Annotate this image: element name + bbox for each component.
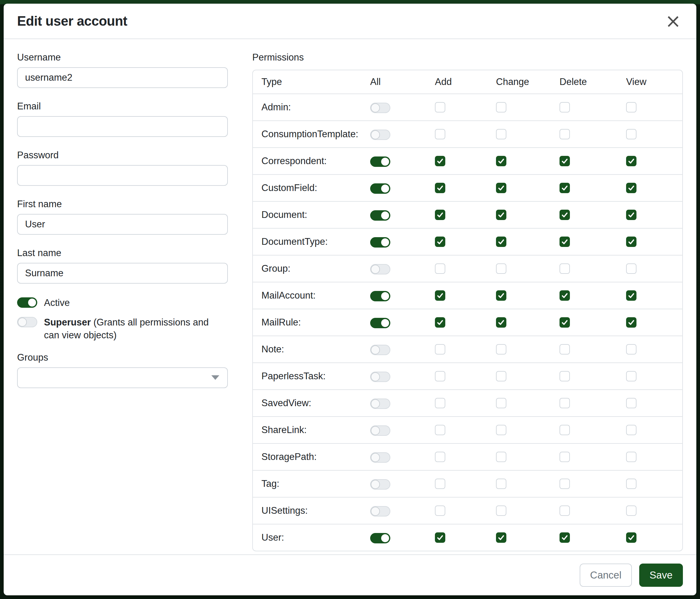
permission-cell-change: [496, 102, 559, 113]
save-button[interactable]: Save: [639, 564, 683, 587]
permission-delete-checkbox[interactable]: [559, 210, 570, 220]
permission-view-checkbox[interactable]: [626, 532, 636, 543]
permission-delete-checkbox[interactable]: [559, 129, 570, 139]
permission-change-checkbox[interactable]: [496, 129, 506, 139]
permission-add-checkbox[interactable]: [435, 479, 445, 489]
superuser-toggle[interactable]: [17, 317, 37, 327]
permission-change-checkbox[interactable]: [496, 210, 506, 220]
permission-all-toggle[interactable]: [370, 103, 390, 113]
permission-all-toggle[interactable]: [370, 264, 390, 274]
permission-add-checkbox[interactable]: [435, 452, 445, 462]
permission-delete-checkbox[interactable]: [559, 452, 570, 462]
permission-add-checkbox[interactable]: [435, 398, 445, 408]
permission-delete-checkbox[interactable]: [559, 398, 570, 408]
permission-change-checkbox[interactable]: [496, 371, 506, 381]
check-icon: [627, 238, 635, 246]
permission-view-checkbox[interactable]: [626, 505, 636, 516]
permission-delete-checkbox[interactable]: [559, 237, 570, 247]
permission-all-toggle[interactable]: [370, 479, 390, 489]
permission-add-checkbox[interactable]: [435, 344, 445, 355]
permission-change-checkbox[interactable]: [496, 263, 506, 274]
close-icon[interactable]: ×: [664, 11, 683, 30]
permission-all-toggle[interactable]: [370, 210, 390, 221]
permission-all-toggle[interactable]: [370, 533, 390, 543]
permission-all-toggle[interactable]: [370, 425, 390, 436]
permission-delete-checkbox[interactable]: [559, 290, 570, 301]
permission-add-checkbox[interactable]: [435, 290, 445, 301]
permission-all-toggle[interactable]: [370, 372, 390, 382]
permission-add-checkbox[interactable]: [435, 210, 445, 220]
permission-change-checkbox[interactable]: [496, 344, 506, 355]
permission-view-checkbox[interactable]: [626, 398, 636, 408]
email-input[interactable]: [17, 116, 228, 137]
permission-delete-checkbox[interactable]: [559, 505, 570, 516]
first-name-input[interactable]: [17, 214, 228, 235]
permission-change-checkbox[interactable]: [496, 479, 506, 489]
permission-delete-checkbox[interactable]: [559, 479, 570, 489]
password-input[interactable]: [17, 165, 228, 186]
permission-delete-checkbox[interactable]: [559, 263, 570, 274]
permission-cell-view: [626, 371, 682, 381]
permission-change-checkbox[interactable]: [496, 532, 506, 543]
permission-add-checkbox[interactable]: [435, 505, 445, 516]
permission-delete-checkbox[interactable]: [559, 156, 570, 166]
permission-add-checkbox[interactable]: [435, 129, 445, 139]
last-name-input[interactable]: [17, 263, 228, 284]
permission-view-checkbox[interactable]: [626, 344, 636, 355]
permission-all-toggle[interactable]: [370, 318, 390, 328]
active-toggle[interactable]: [17, 297, 37, 308]
permission-view-checkbox[interactable]: [626, 290, 636, 301]
permission-view-checkbox[interactable]: [626, 371, 636, 381]
permission-delete-checkbox[interactable]: [559, 425, 570, 435]
permission-delete-checkbox[interactable]: [559, 344, 570, 355]
permission-delete-checkbox[interactable]: [559, 371, 570, 381]
permission-view-checkbox[interactable]: [626, 183, 636, 193]
permission-delete-checkbox[interactable]: [559, 102, 570, 113]
groups-select[interactable]: [17, 367, 228, 388]
permission-change-checkbox[interactable]: [496, 452, 506, 462]
permission-change-checkbox[interactable]: [496, 156, 506, 166]
permission-cell-add: [435, 210, 496, 220]
permission-view-checkbox[interactable]: [626, 237, 636, 247]
permission-change-checkbox[interactable]: [496, 425, 506, 435]
permission-change-checkbox[interactable]: [496, 183, 506, 193]
permission-view-checkbox[interactable]: [626, 317, 636, 328]
permission-add-checkbox[interactable]: [435, 317, 445, 328]
permission-view-checkbox[interactable]: [626, 425, 636, 435]
permission-change-checkbox[interactable]: [496, 398, 506, 408]
permission-add-checkbox[interactable]: [435, 425, 445, 435]
permission-add-checkbox[interactable]: [435, 532, 445, 543]
username-input[interactable]: [17, 67, 228, 88]
permission-all-toggle[interactable]: [370, 399, 390, 409]
permission-all-toggle[interactable]: [370, 183, 390, 194]
permission-all-toggle[interactable]: [370, 506, 390, 517]
permission-all-toggle[interactable]: [370, 452, 390, 463]
permission-delete-checkbox[interactable]: [559, 183, 570, 193]
permission-all-toggle[interactable]: [370, 129, 390, 140]
permission-add-checkbox[interactable]: [435, 183, 445, 193]
permission-view-checkbox[interactable]: [626, 479, 636, 489]
permission-change-checkbox[interactable]: [496, 505, 506, 516]
permission-delete-checkbox[interactable]: [559, 532, 570, 543]
permission-view-checkbox[interactable]: [626, 452, 636, 462]
permission-change-checkbox[interactable]: [496, 237, 506, 247]
permission-all-toggle[interactable]: [370, 345, 390, 355]
permission-change-checkbox[interactable]: [496, 102, 506, 113]
permission-all-toggle[interactable]: [370, 157, 390, 167]
permission-all-toggle[interactable]: [370, 237, 390, 247]
permission-add-checkbox[interactable]: [435, 102, 445, 113]
permission-view-checkbox[interactable]: [626, 129, 636, 139]
permission-add-checkbox[interactable]: [435, 263, 445, 274]
permission-add-checkbox[interactable]: [435, 237, 445, 247]
permission-add-checkbox[interactable]: [435, 371, 445, 381]
permission-add-checkbox[interactable]: [435, 156, 445, 166]
permission-view-checkbox[interactable]: [626, 156, 636, 166]
permission-change-checkbox[interactable]: [496, 317, 506, 328]
permission-view-checkbox[interactable]: [626, 210, 636, 220]
cancel-button[interactable]: Cancel: [580, 564, 632, 587]
permission-delete-checkbox[interactable]: [559, 317, 570, 328]
permission-view-checkbox[interactable]: [626, 263, 636, 274]
permission-change-checkbox[interactable]: [496, 290, 506, 301]
permission-view-checkbox[interactable]: [626, 102, 636, 113]
permission-all-toggle[interactable]: [370, 291, 390, 301]
